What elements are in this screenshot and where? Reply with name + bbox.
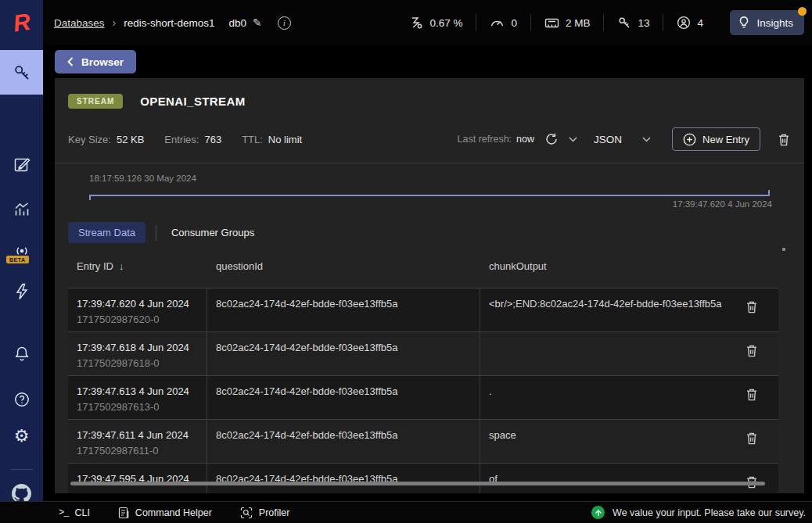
sidebar: BETA ⚙ [0,45,43,503]
table-header: Entry ID ↓ questionId chunkOutput [68,260,778,272]
key-metadata: Key Size: 52 KB Entries: 763 TTL: No lim… [68,134,302,145]
sidebar-item-triggers-functions[interactable] [0,282,43,301]
sidebar-item-analytics[interactable] [0,200,43,219]
questionid-cell: 8c02ac24-174d-42ef-bdde-f03ee13ffb5a [207,288,480,331]
sidebar-divider [10,469,33,470]
questionid-cell: 8c02ac24-174d-42ef-bdde-f03ee13ffb5a [207,376,480,419]
db-index-label: db0 [229,17,247,29]
profiler-magnifier-icon [240,507,253,519]
questionid-cell: 8c02ac24-174d-42ef-bdde-f03ee13ffb5a [207,464,480,493]
terminal-icon: >_ [59,507,68,518]
panel-divider [55,163,804,163]
command-helper-button[interactable]: Command Helper [118,507,212,519]
ttl-label: TTL: [242,134,263,145]
delete-entry-icon[interactable] [745,299,759,314]
stream-entries-table: 17:39:47.620 4 Jun 20241717502987620-08c… [68,288,778,493]
insights-label: Insights [756,17,793,29]
profiler-button[interactable]: Profiler [240,507,290,519]
chunkoutput-cell: <br/>;END:8c02ac24-174d-42ef-bdde-f03ee1… [480,288,778,331]
stat-clients: 4 [663,16,717,30]
breadcrumb-databases-link[interactable]: Databases [54,17,105,29]
horizontal-scrollbar[interactable] [70,482,765,485]
stat-commands: 0 [476,16,530,29]
entry-time: 17:39:47.611 4 Jun 2024 [77,429,198,441]
memory-icon [544,16,559,30]
insights-button[interactable]: Insights [730,10,804,35]
stat-memory-value: 2 MB [566,17,591,29]
stat-clients-value: 4 [697,17,703,29]
entry-time: 17:39:47.620 4 Jun 2024 [77,298,198,310]
beta-badge: BETA [6,256,29,263]
database-stats: 0.67 % 0 2 MB [396,0,717,45]
clients-icon [677,16,691,30]
sidebar-item-workbench[interactable] [0,156,43,174]
questionid-cell: 8c02ac24-174d-42ef-bdde-f03ee13ffb5a [207,420,480,463]
cli-label: CLI [74,507,89,518]
sidebar-item-notifications[interactable] [0,345,43,364]
timeline-range-slider[interactable] [89,192,770,199]
new-entry-button[interactable]: New Entry [672,127,760,151]
table-row[interactable]: 17:39:47.620 4 Jun 20241717502987620-08c… [68,288,778,332]
stat-commands-value: 0 [511,17,517,29]
format-select[interactable]: JSON [587,134,657,145]
delete-entry-icon[interactable] [745,431,759,446]
redis-logo-tile[interactable]: R [0,0,43,45]
table-row[interactable]: 17:39:47.613 4 Jun 20241717502987613-08c… [68,376,778,420]
edit-db-icon[interactable]: ✎ [253,16,262,29]
tab-consumer-groups[interactable]: Consumer Groups [167,222,259,243]
format-chevron-icon [642,137,651,142]
auto-refresh-chevron-icon[interactable] [569,137,577,142]
questionid-cell: 8c02ac24-174d-42ef-bdde-f03ee13ffb5a [207,332,480,375]
bottom-status-bar: >_ CLI Command Helper Profiler [0,501,812,523]
tab-divider [156,225,156,241]
sort-desc-icon[interactable]: ↓ [119,260,124,272]
entry-raw-id: 1717502987620-0 [77,313,198,325]
entry-id-cell: 17:39:47.620 4 Jun 20241717502987620-0 [68,288,207,331]
ttl-value[interactable]: No limit [268,134,302,145]
breadcrumb: Databases › redis-short-demos1 db0 ✎ i [54,0,291,45]
sidebar-item-browser[interactable] [0,50,43,95]
top-header: R Databases › redis-short-demos1 db0 ✎ i… [0,0,812,45]
key-size-value: 52 KB [117,134,144,145]
entry-raw-id: 1717502987613-0 [77,401,198,413]
key-count-icon [617,16,631,30]
survey-link[interactable]: We value your input. Please take our sur… [591,506,812,519]
entry-id-cell: 17:39:47.595 4 Jun 2024 [68,464,207,493]
tab-stream-data[interactable]: Stream Data [68,222,146,243]
settings-gear-icon[interactable]: ⚙ [0,428,43,445]
vertical-scrollbar[interactable] [782,248,785,251]
help-icon[interactable] [0,390,43,409]
survey-icon [591,506,605,519]
chunkoutput-value: <br/>;END:8c02ac24-174d-42ef-bdde-f03ee1… [489,298,722,310]
chevron-left-icon [67,57,74,66]
delete-entry-icon[interactable] [745,387,759,402]
plus-circle-icon [683,133,696,146]
lightbulb-icon [738,16,750,30]
info-icon[interactable]: i [278,16,291,30]
column-header-questionid: questionId [207,260,480,272]
entry-raw-id: 1717502987618-0 [77,357,198,369]
timeline-track [89,195,770,196]
stat-cpu-value: 0.67 % [429,17,462,29]
redis-logo-icon: R [11,9,31,38]
column-header-entry-id[interactable]: Entry ID ↓ [68,260,207,272]
chunkoutput-cell: . [480,376,778,419]
delete-entry-icon[interactable] [745,343,759,358]
table-row[interactable]: 17:39:47.618 4 Jun 20241717502987618-08c… [68,332,778,376]
back-to-browser-button[interactable]: Browser [55,50,136,73]
document-icon [118,507,129,519]
command-helper-label: Command Helper [135,507,212,518]
cli-button[interactable]: >_ CLI [59,507,90,518]
timeline-end-label: 17:39:47.620 4 Jun 2024 [673,199,772,209]
refresh-icon[interactable] [544,132,559,146]
key-type-badge: STREAM [68,94,123,109]
chunkoutput-cell: of [480,464,778,493]
table-row[interactable]: 17:39:47.595 4 Jun 20248c02ac24-174d-42e… [68,464,778,493]
timeline-right-handle[interactable] [768,190,770,195]
entry-id-cell: 17:39:47.611 4 Jun 20241717502987611-0 [68,420,207,463]
key-browser-icon [12,63,32,83]
column-header-chunkoutput: chunkOutput [480,260,778,272]
table-row[interactable]: 17:39:47.611 4 Jun 20241717502987611-08c… [68,420,778,464]
delete-key-icon[interactable] [777,132,791,147]
entries-value: 763 [204,134,221,145]
